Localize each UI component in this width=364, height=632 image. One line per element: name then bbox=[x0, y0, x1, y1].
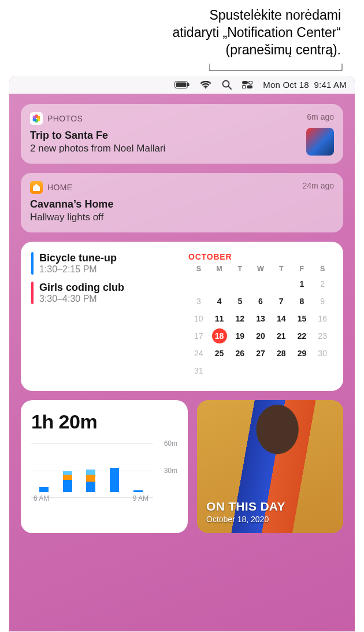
calendar-widget[interactable]: Bicycle tune-up 1:30–2:15 PM Girls codin… bbox=[21, 242, 343, 391]
event-title: Girls coding club bbox=[39, 282, 124, 294]
calendar-day[interactable]: 30 bbox=[312, 345, 333, 362]
calendar-day[interactable]: 13 bbox=[250, 310, 271, 327]
chart-xlabel: 9 AM bbox=[133, 494, 148, 502]
chart-bar bbox=[110, 468, 119, 492]
screentime-widget[interactable]: 1h 20m 60m 30m 6 AM 9 AM bbox=[21, 400, 188, 533]
calendar-day[interactable]: 11 bbox=[209, 310, 230, 327]
calendar-day[interactable]: 2 bbox=[312, 275, 333, 293]
calendar-day[interactable]: 17 bbox=[188, 327, 209, 345]
calendar-day bbox=[209, 275, 230, 293]
calendar-event[interactable]: Bicycle tune-up 1:30–2:15 PM bbox=[31, 252, 183, 275]
calendar-day[interactable]: 10 bbox=[188, 310, 209, 327]
calendar-day bbox=[229, 275, 250, 293]
screentime-total: 1h 20m bbox=[31, 411, 177, 433]
menubar-time: 9:41 AM bbox=[314, 80, 347, 90]
memory-heading: ON THIS DAY bbox=[206, 500, 285, 513]
callout-line-3: (pranešimų centrą). bbox=[23, 42, 341, 59]
wifi-icon[interactable] bbox=[200, 81, 211, 89]
event-color-bar bbox=[31, 252, 34, 275]
screentime-chart: 60m 30m 6 AM 9 AM bbox=[31, 439, 177, 502]
home-app-icon bbox=[30, 181, 43, 194]
calendar-day[interactable]: 16 bbox=[312, 310, 333, 327]
calendar-day[interactable]: 24 bbox=[188, 345, 209, 362]
notification-thumbnail bbox=[306, 128, 334, 156]
calendar-day[interactable]: 25 bbox=[209, 345, 230, 362]
svg-line-7 bbox=[228, 86, 231, 89]
calendar-day[interactable]: 18 bbox=[209, 327, 230, 345]
calendar-day bbox=[312, 362, 333, 379]
svg-rect-9 bbox=[249, 81, 253, 84]
calendar-day[interactable]: 19 bbox=[229, 327, 250, 345]
svg-rect-10 bbox=[242, 86, 246, 89]
calendar-day[interactable]: 6 bbox=[250, 293, 271, 310]
svg-rect-5 bbox=[188, 83, 190, 86]
calendar-day[interactable]: 3 bbox=[188, 293, 209, 310]
calendar-day[interactable]: 7 bbox=[271, 293, 292, 310]
calendar-day[interactable]: 9 bbox=[312, 293, 333, 310]
chart-ylabel: 30m bbox=[164, 467, 177, 475]
notification-body: Hallway lights off bbox=[30, 212, 334, 223]
photos-memory-widget[interactable]: ON THIS DAY October 18, 2020 bbox=[197, 400, 343, 533]
calendar-dow: S bbox=[188, 265, 209, 273]
svg-rect-4 bbox=[176, 83, 187, 87]
calendar-dow: T bbox=[229, 265, 250, 273]
calendar-day[interactable]: 1 bbox=[292, 275, 313, 293]
calendar-day[interactable]: 23 bbox=[312, 327, 333, 345]
notification-app-name: HOME bbox=[47, 183, 73, 192]
notification-title: Trip to Santa Fe bbox=[30, 130, 334, 142]
calendar-day[interactable]: 8 bbox=[292, 293, 313, 310]
calendar-day[interactable]: 26 bbox=[229, 345, 250, 362]
chart-bar bbox=[39, 487, 49, 492]
memory-date: October 18, 2020 bbox=[206, 515, 285, 524]
month-calendar: OCTOBER SMTWTFS 123456789101112131415161… bbox=[188, 252, 333, 379]
calendar-day[interactable]: 31 bbox=[188, 362, 209, 379]
svg-point-17 bbox=[33, 116, 36, 119]
chart-xlabel: 6 AM bbox=[34, 494, 49, 502]
callout-pointer bbox=[0, 64, 348, 75]
calendar-dow: W bbox=[250, 265, 271, 273]
calendar-day[interactable]: 21 bbox=[271, 327, 292, 345]
notification-app-name: PHOTOS bbox=[47, 114, 83, 123]
spotlight-icon[interactable] bbox=[222, 80, 232, 90]
calendar-day[interactable]: 29 bbox=[292, 345, 313, 362]
callout-line-2: atidaryti „Notification Center“ bbox=[23, 24, 341, 42]
calendar-event[interactable]: Girls coding club 3:30–4:30 PM bbox=[31, 282, 183, 304]
notification-photos[interactable]: PHOTOS 6m ago Trip to Santa Fe 2 new pho… bbox=[21, 104, 343, 164]
notification-home[interactable]: HOME 24m ago Cavanna’s Home Hallway ligh… bbox=[21, 173, 343, 232]
calendar-day bbox=[229, 362, 250, 379]
calendar-day-grid: 1234567891011121314151617181920212223242… bbox=[188, 275, 333, 379]
calendar-month-label: OCTOBER bbox=[188, 252, 333, 261]
menubar-date: Mon Oct 18 bbox=[263, 80, 309, 90]
calendar-day[interactable]: 12 bbox=[229, 310, 250, 327]
menu-bar: Mon Oct 18 9:41 AM bbox=[9, 76, 355, 94]
calendar-dow-row: SMTWTFS bbox=[188, 265, 333, 273]
chart-bar bbox=[133, 490, 143, 492]
control-center-icon[interactable] bbox=[242, 81, 252, 88]
calendar-dow: T bbox=[271, 265, 292, 273]
calendar-day[interactable]: 28 bbox=[271, 345, 292, 362]
calendar-day[interactable]: 20 bbox=[250, 327, 271, 345]
chart-bar bbox=[63, 471, 72, 492]
menubar-clock[interactable]: Mon Oct 18 9:41 AM bbox=[263, 80, 347, 90]
calendar-day[interactable]: 27 bbox=[250, 345, 271, 362]
svg-rect-11 bbox=[247, 86, 252, 89]
svg-rect-8 bbox=[242, 81, 248, 84]
event-list: Bicycle tune-up 1:30–2:15 PM Girls codin… bbox=[31, 252, 183, 379]
calendar-day[interactable]: 15 bbox=[292, 310, 313, 327]
calendar-day[interactable]: 4 bbox=[209, 293, 230, 310]
calendar-dow: M bbox=[209, 265, 230, 273]
calendar-dow: S bbox=[312, 265, 333, 273]
calendar-day bbox=[271, 275, 292, 293]
notification-body: 2 new photos from Noel Mallari bbox=[30, 143, 334, 154]
battery-icon[interactable] bbox=[174, 81, 190, 88]
annotation-callout: Spustelėkite norėdami atidaryti „Notific… bbox=[0, 0, 364, 64]
event-time: 1:30–2:15 PM bbox=[39, 264, 117, 275]
calendar-day[interactable]: 14 bbox=[271, 310, 292, 327]
calendar-day bbox=[209, 362, 230, 379]
calendar-day[interactable]: 5 bbox=[229, 293, 250, 310]
calendar-day bbox=[292, 362, 313, 379]
event-color-bar bbox=[31, 282, 34, 304]
calendar-day bbox=[250, 275, 271, 293]
calendar-day[interactable]: 22 bbox=[292, 327, 313, 345]
notification-center: PHOTOS 6m ago Trip to Santa Fe 2 new pho… bbox=[9, 94, 355, 544]
